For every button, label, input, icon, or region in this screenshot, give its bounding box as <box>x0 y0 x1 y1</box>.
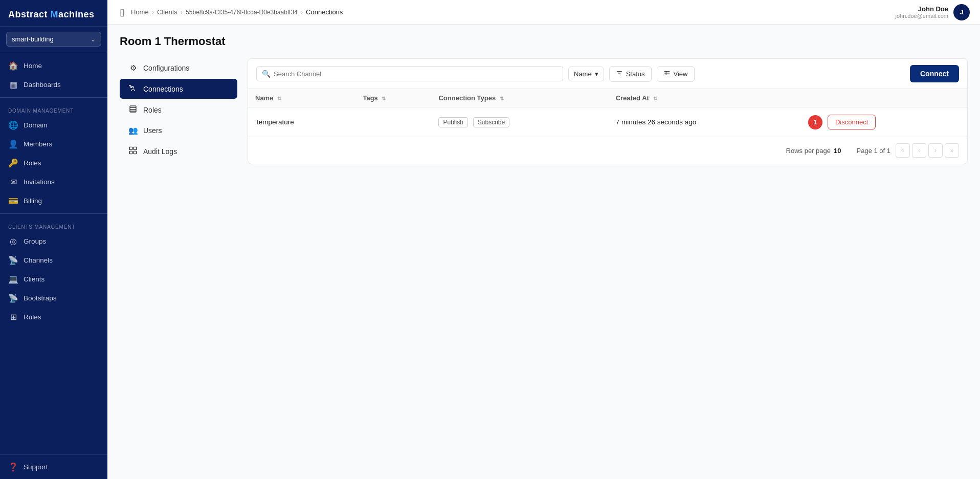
disconnect-button[interactable]: Disconnect <box>828 115 876 129</box>
breadcrumb: Home › Clients › 55be8c9a-Cf35-476f-8cda… <box>131 8 343 16</box>
row-tags <box>355 107 431 137</box>
connections-table: Name ⇅ Tags ⇅ Connection Types ⇅ <box>248 89 967 137</box>
table-header-row: Name ⇅ Tags ⇅ Connection Types ⇅ <box>248 89 967 107</box>
sidebar-item-billing-label: Billing <box>24 197 42 205</box>
bootstraps-icon: 📡 <box>8 293 18 303</box>
subnav-audit-label: Audit Logs <box>143 147 177 156</box>
col-tags: Tags ⇅ <box>355 89 431 107</box>
breadcrumb-clients[interactable]: Clients <box>157 8 177 16</box>
sidebar-item-members[interactable]: 👤 Members <box>0 135 107 154</box>
pagination-next-button[interactable]: › <box>928 143 943 158</box>
sidebar-toggle-button[interactable]: ▯ <box>118 5 127 20</box>
subnav-connections[interactable]: Connections <box>120 79 237 99</box>
breadcrumb-home[interactable]: Home <box>131 8 149 16</box>
subnav-users-icon: 👥 <box>128 126 138 135</box>
subnav-audit-icon <box>128 146 138 156</box>
pagination-prev-button[interactable]: ‹ <box>912 143 926 158</box>
dashboards-icon: ▦ <box>8 80 18 90</box>
view-filter-icon <box>663 70 671 78</box>
sidebar-item-channels-label: Channels <box>24 256 53 264</box>
user-email: john.doe@email.com <box>896 13 949 19</box>
view-filter-label: View <box>674 70 688 78</box>
connect-button[interactable]: Connect <box>910 65 959 82</box>
main-panel: 🔍 Name ▾ Status <box>248 58 968 164</box>
sidebar-item-invitations[interactable]: ✉ Invitations <box>0 172 107 191</box>
sidebar-item-domain-label: Domain <box>24 121 48 129</box>
sort-created-icon[interactable]: ⇅ <box>653 96 657 101</box>
main-content: ▯ Home › Clients › 55be8c9a-Cf35-476f-8c… <box>107 0 980 479</box>
workspace-selector-wrapper: smart-building <box>0 27 107 52</box>
row-actions: 1 Disconnect <box>801 107 967 137</box>
sidebar-item-support-label: Support <box>24 463 48 471</box>
search-icon: 🔍 <box>262 70 271 78</box>
subnav-roles-icon <box>128 105 138 115</box>
sidebar-item-invitations-label: Invitations <box>24 178 55 186</box>
subnav-audit-logs[interactable]: Audit Logs <box>120 141 237 161</box>
domain-icon: 🌐 <box>8 120 18 130</box>
home-icon: 🏠 <box>8 61 18 71</box>
svg-rect-6 <box>129 151 132 154</box>
clients-section-label: Clients Management <box>0 217 107 232</box>
sort-types-icon[interactable]: ⇅ <box>500 96 504 101</box>
invitations-icon: ✉ <box>8 177 18 187</box>
sidebar-item-billing[interactable]: 💳 Billing <box>0 191 107 210</box>
row-created-at: 7 minutes 26 seconds ago <box>609 107 801 137</box>
channels-icon: 📡 <box>8 255 18 265</box>
sidebar-item-clients-label: Clients <box>24 275 44 283</box>
subnav-users[interactable]: 👥 Users <box>120 121 237 140</box>
breadcrumb-client-id[interactable]: 55be8c9a-Cf35-476f-8cda-D0e3baabff34 <box>186 9 298 16</box>
sidebar-nav: 🏠 Home ▦ Dashboards Domain Management 🌐 … <box>0 52 107 454</box>
workspace-select[interactable]: smart-building <box>6 32 101 47</box>
page-info: Page 1 of 1 <box>857 147 891 155</box>
pagination-last-button[interactable]: » <box>945 143 959 158</box>
toolbar-left: 🔍 Name ▾ Status <box>256 66 910 82</box>
pagination-buttons: « ‹ › » <box>896 143 959 158</box>
sidebar-item-dashboards-label: Dashboards <box>24 81 61 89</box>
subnav-configurations[interactable]: ⚙ Configurations <box>120 58 237 78</box>
sort-name-icon[interactable]: ⇅ <box>277 96 281 101</box>
user-name: John Doe <box>896 5 949 13</box>
subnav-users-label: Users <box>143 126 162 135</box>
user-info: John Doe john.doe@email.com <box>896 5 949 19</box>
subnav-roles[interactable]: Roles <box>120 100 237 120</box>
domain-section-label: Domain Management <box>0 101 107 116</box>
breadcrumb-current: Connections <box>306 8 343 16</box>
sidebar-item-roles[interactable]: 🔑 Roles <box>0 154 107 172</box>
sidebar-item-clients[interactable]: 💻 Clients <box>0 270 107 289</box>
breadcrumb-sep-2: › <box>181 8 183 16</box>
page-title: Room 1 Thermostat <box>120 35 968 48</box>
sidebar-item-rules-label: Rules <box>24 313 41 321</box>
sidebar-item-support[interactable]: ❓ Support <box>8 462 99 472</box>
panel-toolbar: 🔍 Name ▾ Status <box>248 59 967 89</box>
sub-nav: ⚙ Configurations Connections <box>120 58 237 161</box>
pagination-first-button[interactable]: « <box>896 143 910 158</box>
svg-rect-5 <box>133 147 136 149</box>
user-avatar[interactable]: J <box>953 4 970 20</box>
sidebar-item-groups-label: Groups <box>24 237 46 245</box>
sidebar-item-domain[interactable]: 🌐 Domain <box>0 116 107 135</box>
rows-per-page-value: 10 <box>834 147 841 155</box>
name-filter-label: Name <box>574 70 592 78</box>
sidebar-item-channels[interactable]: 📡 Channels <box>0 251 107 270</box>
sidebar-item-home[interactable]: 🏠 Home <box>0 56 107 75</box>
sidebar-item-bootstraps[interactable]: 📡 Bootstraps <box>0 289 107 308</box>
search-input[interactable] <box>274 70 558 78</box>
status-filter-button[interactable]: Status <box>609 66 652 82</box>
name-filter-chevron-icon: ▾ <box>595 70 598 78</box>
subnav-configurations-label: Configurations <box>143 64 189 72</box>
name-filter-button[interactable]: Name ▾ <box>568 67 604 81</box>
members-icon: 👤 <box>8 139 18 149</box>
app-logo: Abstract Machines <box>0 0 107 27</box>
breadcrumb-sep-1: › <box>152 8 154 16</box>
sort-tags-icon[interactable]: ⇅ <box>382 96 386 101</box>
sidebar-item-members-label: Members <box>24 140 52 148</box>
sidebar-item-dashboards[interactable]: ▦ Dashboards <box>0 75 107 94</box>
sidebar-item-roles-label: Roles <box>24 159 41 167</box>
sidebar-item-groups[interactable]: ◎ Groups <box>0 232 107 251</box>
view-filter-button[interactable]: View <box>657 66 695 82</box>
col-actions <box>801 89 967 107</box>
tag-publish: Publish <box>438 117 467 127</box>
connection-count-badge: 1 <box>808 115 822 129</box>
col-connection-types: Connection Types ⇅ <box>431 89 608 107</box>
sidebar-item-rules[interactable]: ⊞ Rules <box>0 308 107 326</box>
